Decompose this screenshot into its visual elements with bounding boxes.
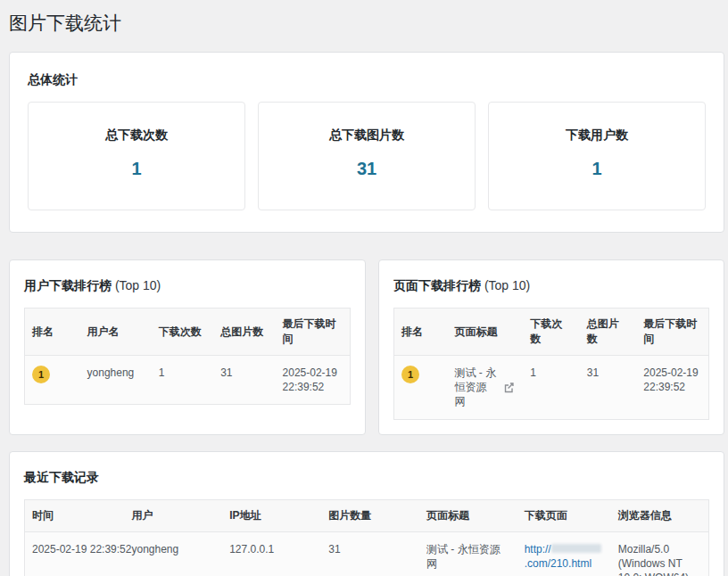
col-rank: 排名 (394, 309, 448, 356)
rank-badge: 1 (32, 366, 50, 383)
col-images: 总图片数 (213, 309, 275, 356)
col-download-page: 下载页面 (517, 499, 611, 531)
redacted-domain (551, 544, 601, 553)
page-ranking-heading-text: 页面下载排行榜 (393, 278, 481, 292)
stat-value: 1 (496, 159, 698, 179)
user-ranking-table: 排名 用户名 下载次数 总图片数 最后下载时间 1 yongheng 1 31 … (24, 308, 351, 405)
ranking-panels-row: 用户下载排行榜 (Top 10) 排名 用户名 下载次数 总图片数 最后下载时间 (9, 259, 724, 435)
col-page-title: 页面标题 (448, 309, 524, 356)
stat-card-download-users: 下载用户数 1 (488, 102, 706, 210)
cell-browser-info: Mozilla/5.0 (Windows NT 10.0; WOW64) App… (611, 531, 709, 576)
cell-downloads: 1 (523, 356, 580, 420)
col-downloads: 下载次数 (523, 309, 580, 356)
cell-image-count: 31 (321, 531, 419, 576)
table-header-row: 排名 用户名 下载次数 总图片数 最后下载时间 (25, 309, 351, 356)
cell-downloads: 1 (152, 356, 213, 405)
col-images: 总图片数 (580, 309, 637, 356)
stat-label: 下载用户数 (496, 128, 698, 144)
cell-last-time: 2025-02-19 22:39:52 (636, 356, 708, 420)
col-browser-info: 浏览器信息 (611, 499, 709, 531)
col-downloads: 下载次数 (152, 309, 213, 356)
page-ranking-heading-suffix: (Top 10) (484, 278, 530, 292)
page-ranking-panel: 页面下载排行榜 (Top 10) 排名 页面标题 下载次数 总图片数 最后下载时… (378, 259, 724, 435)
rank-badge: 1 (401, 366, 419, 383)
user-ranking-panel: 用户下载排行榜 (Top 10) 排名 用户名 下载次数 总图片数 最后下载时间 (9, 259, 366, 435)
col-image-count: 图片数量 (321, 499, 419, 531)
col-username: 用户名 (80, 309, 152, 356)
user-ranking-heading-suffix: (Top 10) (115, 278, 161, 292)
stat-card-total-downloads: 总下载次数 1 (28, 102, 245, 210)
page-ranking-table: 排名 页面标题 下载次数 总图片数 最后下载时间 1 测试 - 永恒资源网 (393, 308, 709, 420)
col-last-time: 最后下载时间 (276, 309, 351, 356)
stat-value: 31 (266, 159, 467, 179)
download-page-link[interactable]: http://.com/210.html (525, 543, 601, 570)
cell-page-title: 测试 - 永恒资源网 (419, 531, 517, 576)
cell-ip: 127.0.0.1 (222, 531, 321, 576)
col-rank: 排名 (25, 309, 80, 356)
cell-username: yongheng (80, 356, 152, 405)
col-ip: IP地址 (222, 499, 321, 531)
cell-user: yongheng (124, 531, 222, 576)
table-header-row: 时间 用户 IP地址 图片数量 页面标题 下载页面 浏览器信息 (25, 499, 709, 531)
col-last-time: 最后下载时间 (636, 309, 708, 356)
cell-page-title: 测试 - 永恒资源网 (455, 366, 498, 409)
table-row: 2025-02-19 22:39:52 yongheng 127.0.0.1 3… (25, 531, 709, 576)
user-ranking-heading-text: 用户下载排行榜 (24, 278, 112, 292)
recent-records-panel: 最近下载记录 时间 用户 IP地址 图片数量 页面标题 下载页面 浏览器信息 2… (9, 451, 724, 576)
external-link-icon[interactable] (502, 381, 516, 394)
table-header-row: 排名 页面标题 下载次数 总图片数 最后下载时间 (394, 309, 709, 356)
cell-images: 31 (213, 356, 275, 405)
stat-cards: 总下载次数 1 总下载图片数 31 下载用户数 1 (28, 102, 706, 210)
overall-stats-panel: 总体统计 总下载次数 1 总下载图片数 31 下载用户数 1 (9, 52, 724, 233)
page-title: 图片下载统计 (9, 11, 724, 36)
col-time: 时间 (25, 499, 125, 531)
cell-last-time: 2025-02-19 22:39:52 (276, 356, 351, 405)
table-row: 1 测试 - 永恒资源网 1 (394, 356, 709, 420)
cell-images: 31 (580, 356, 637, 420)
stat-value: 1 (36, 159, 237, 179)
page-ranking-heading: 页面下载排行榜 (Top 10) (393, 278, 709, 294)
stat-label: 总下载次数 (36, 128, 237, 144)
admin-content: 图片下载统计 总体统计 总下载次数 1 总下载图片数 31 下载用户数 1 用户… (0, 0, 728, 576)
recent-records-table: 时间 用户 IP地址 图片数量 页面标题 下载页面 浏览器信息 2025-02-… (24, 499, 709, 576)
stat-label: 总下载图片数 (266, 128, 467, 144)
overall-stats-heading: 总体统计 (28, 72, 706, 88)
col-user: 用户 (124, 499, 222, 531)
recent-records-heading: 最近下载记录 (24, 470, 709, 486)
col-page-title: 页面标题 (419, 499, 517, 531)
user-ranking-heading: 用户下载排行榜 (Top 10) (24, 278, 351, 294)
cell-time: 2025-02-19 22:39:52 (25, 531, 125, 576)
stat-card-total-images: 总下载图片数 31 (258, 102, 476, 210)
table-row: 1 yongheng 1 31 2025-02-19 22:39:52 (25, 356, 351, 405)
